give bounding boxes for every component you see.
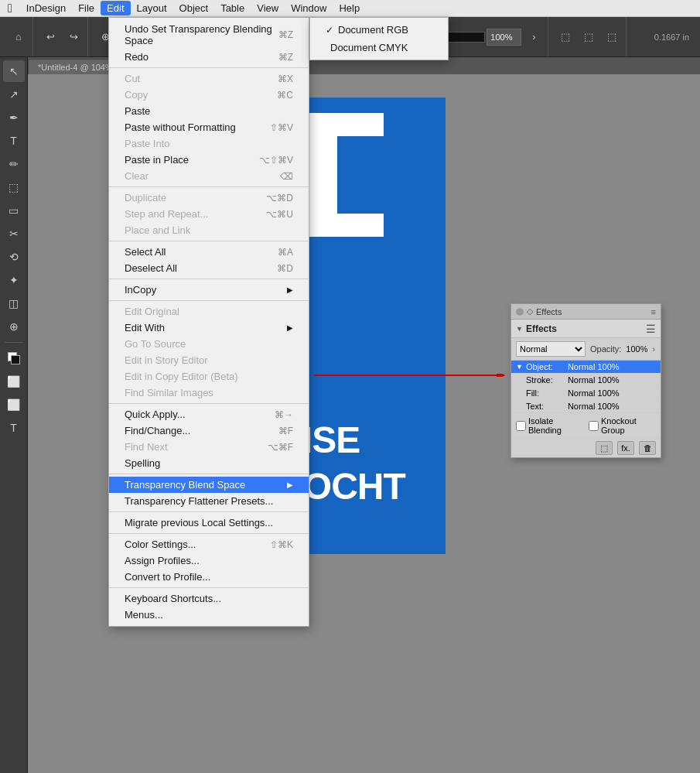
menubar-table[interactable]: Table — [214, 1, 251, 15]
menu-keyboard-shortcuts[interactable]: Keyboard Shortcuts... — [109, 590, 309, 607]
menubar-window[interactable]: Window — [285, 1, 333, 15]
gradient-tool[interactable]: ◫ — [3, 292, 25, 314]
menubar-indesign[interactable]: InDesign — [20, 1, 72, 15]
submenu-doc-cmyk[interactable]: Document CMYK — [310, 39, 448, 56]
opacity-arrow-icon[interactable]: › — [653, 345, 655, 354]
menu-assign-profiles[interactable]: Assign Profiles... — [109, 552, 309, 569]
preview-mode-btn[interactable]: T — [3, 417, 25, 439]
menu-redo-label: Redo — [125, 51, 149, 63]
redo-button[interactable]: ↪ — [63, 26, 84, 48]
separator-10 — [109, 587, 309, 588]
menu-ap-label: Assign Profiles... — [125, 555, 200, 566]
menu-paste[interactable]: Paste — [109, 103, 309, 119]
tb-arrow-icon: ▶ — [287, 481, 293, 489]
align-right-btn[interactable]: ⬚ — [601, 26, 623, 48]
effects-object-row[interactable]: ▼ Object: Normal 100% — [511, 361, 661, 374]
submenu-cmyk-label: Document CMYK — [330, 42, 408, 53]
menu-quick-apply[interactable]: Quick Apply... ⌘→ — [109, 406, 309, 422]
effects-stroke-row[interactable]: ▼ Stroke: Normal 100% — [511, 374, 661, 387]
menu-find-change[interactable]: Find/Change... ⌘F — [109, 422, 309, 439]
menu-redo-shortcut: ⌘Z — [278, 52, 293, 63]
menu-paste-in-place-label: Paste in Place — [125, 154, 189, 166]
effects-triangle-icon: ▼ — [516, 325, 523, 333]
effects-title-left: ◇ Effects — [516, 306, 562, 316]
toolbar-appearance-group: › — [435, 17, 548, 56]
menu-step-repeat-label: Step and Repeat... — [125, 208, 208, 220]
align-center-btn[interactable]: ⬚ — [578, 26, 599, 48]
menu-select-all[interactable]: Select All ⌘A — [109, 244, 309, 260]
frame-edges-btn[interactable]: ⬜ — [3, 394, 25, 416]
pencil-tool[interactable]: ✏ — [3, 153, 25, 175]
object-row-triangle-icon: ▼ — [516, 363, 523, 371]
normal-view-btn[interactable]: ⬜ — [3, 371, 25, 392]
submenu-doc-rgb[interactable]: ✓ Document RGB — [310, 21, 448, 39]
menu-paste-in-place[interactable]: Paste in Place ⌥⇧⌘V — [109, 152, 309, 168]
menu-clear: Clear ⌫ — [109, 168, 309, 184]
menubar-layout[interactable]: Layout — [131, 1, 173, 15]
menu-migrate-label: Migrate previous Local Settings... — [125, 517, 273, 528]
free-transform-tool[interactable]: ⟲ — [3, 246, 25, 268]
knockout-group-input[interactable] — [589, 421, 599, 431]
effects-text-row[interactable]: ▼ Text: Normal 100% — [511, 400, 661, 413]
effects-panel: ◇ Effects ≡ ▼ Effects ☰ Normal Multiply … — [510, 303, 661, 458]
fill-row-label: Fill: — [526, 388, 565, 398]
knockout-group-label: Knockout Group — [601, 416, 656, 435]
scissors-tool[interactable]: ✂ — [3, 223, 25, 245]
opacity-input[interactable] — [487, 29, 521, 46]
align-left-btn[interactable]: ⬚ — [555, 26, 576, 48]
menu-undo[interactable]: Undo Set Transparency Blending Space ⌘Z — [109, 21, 309, 49]
knockout-group-checkbox[interactable]: Knockout Group — [589, 416, 656, 435]
effects-fill-row[interactable]: ▼ Fill: Normal 100% — [511, 387, 661, 400]
type-tool[interactable]: T — [3, 130, 25, 152]
menu-find-change-label: Find/Change... — [125, 425, 190, 436]
eyedropper-tool[interactable]: ✦ — [3, 269, 25, 291]
rectangle-frame-tool[interactable]: ⬚ — [3, 176, 25, 198]
effects-collapse-button[interactable]: ≡ — [651, 307, 656, 316]
menu-edit-copy-editor-label: Edit in Copy Editor (Beta) — [125, 371, 238, 382]
menu-redo[interactable]: Redo ⌘Z — [109, 49, 309, 65]
selection-tool[interactable]: ↖ — [3, 60, 25, 82]
menu-spelling[interactable]: Spelling — [109, 455, 309, 471]
effects-close-button[interactable] — [516, 308, 524, 316]
menu-deselect-all[interactable]: Deselect All ⌘D — [109, 260, 309, 276]
home-button[interactable]: ⌂ — [8, 26, 29, 48]
text-row-label: Text: — [526, 402, 565, 411]
rectangle-tool[interactable]: ▭ — [3, 200, 25, 221]
menu-spelling-label: Spelling — [125, 457, 160, 469]
menubar-file[interactable]: File — [72, 1, 101, 15]
menubar-help[interactable]: Help — [333, 1, 366, 15]
menu-qa-shortcut: ⌘→ — [275, 409, 293, 420]
menu-transparency-blend[interactable]: Transparency Blend Space ▶ — [109, 477, 309, 493]
direct-selection-tool[interactable]: ↗ — [3, 84, 25, 105]
effects-title-icon: ◇ — [527, 306, 533, 316]
menu-menus-label: Menus... — [125, 609, 163, 621]
isolate-blending-input[interactable] — [516, 421, 526, 431]
menu-menus[interactable]: Menus... — [109, 607, 309, 623]
menu-migrate-settings[interactable]: Migrate previous Local Settings... — [109, 515, 309, 531]
effects-mask-button[interactable]: ⬚ — [596, 441, 613, 455]
menu-ks-label: Keyboard Shortcuts... — [125, 593, 221, 604]
menu-edit-story-label: Edit in Story Editor — [125, 354, 208, 366]
pen-tool[interactable]: ✒ — [3, 107, 25, 128]
isolate-blending-checkbox[interactable]: Isolate Blending — [516, 416, 582, 435]
menu-transparency-flattener[interactable]: Transparency Flattener Presets... — [109, 493, 309, 509]
fill-stroke-btn[interactable] — [3, 347, 25, 369]
effects-fx-button[interactable]: fx. — [617, 441, 634, 455]
apple-logo-icon:  — [0, 2, 20, 15]
effects-panel-menu-button[interactable]: ☰ — [646, 323, 656, 335]
separator-9 — [109, 533, 309, 534]
zoom-tool[interactable]: ⊕ — [3, 316, 25, 337]
menu-edit-with[interactable]: Edit With ▶ — [109, 320, 309, 336]
undo-button[interactable]: ↩ — [39, 26, 61, 48]
menubar-edit[interactable]: Edit — [101, 1, 130, 15]
blend-mode-select[interactable]: Normal Multiply Screen Overlay — [516, 341, 586, 357]
menubar-object[interactable]: Object — [173, 1, 215, 15]
opacity-more-btn[interactable]: › — [523, 26, 545, 48]
menu-convert-profile[interactable]: Convert to Profile... — [109, 569, 309, 585]
menu-color-settings[interactable]: Color Settings... ⇧⌘K — [109, 536, 309, 552]
incopy-arrow-icon: ▶ — [287, 286, 293, 294]
menu-incopy[interactable]: InCopy ▶ — [109, 282, 309, 298]
menubar-view[interactable]: View — [251, 1, 285, 15]
effects-delete-button[interactable]: 🗑 — [639, 441, 656, 455]
menu-paste-without-formatting[interactable]: Paste without Formatting ⇧⌘V — [109, 119, 309, 135]
